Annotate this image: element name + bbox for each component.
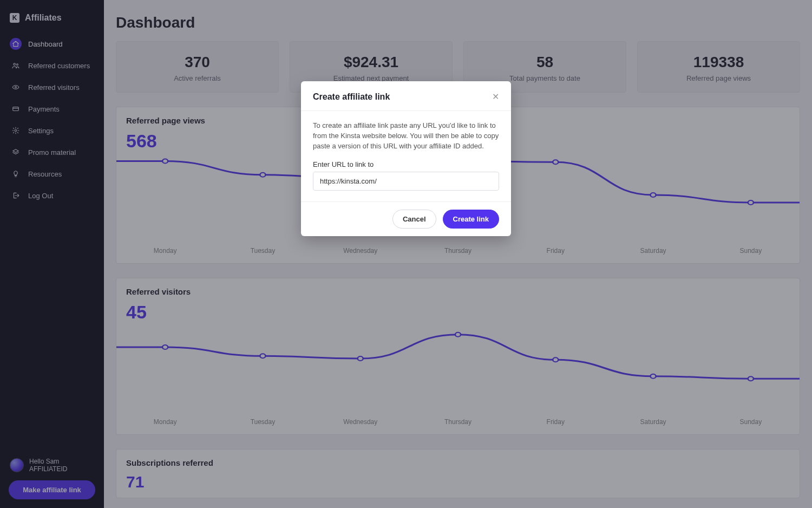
modal-header: Create affiliate link ✕: [301, 81, 511, 111]
modal-footer: Cancel Create link: [301, 201, 511, 236]
modal-title: Create affiliate link: [313, 92, 390, 102]
modal-description: To create an affiliate link paste any UR…: [313, 121, 499, 152]
modal-body: To create an affiliate link paste any UR…: [301, 111, 511, 201]
url-input[interactable]: [313, 172, 499, 191]
close-icon[interactable]: ✕: [492, 93, 499, 101]
cancel-button[interactable]: Cancel: [392, 210, 436, 229]
url-field-label: Enter URL to link to: [313, 160, 499, 168]
create-link-modal: Create affiliate link ✕ To create an aff…: [301, 81, 511, 236]
modal-overlay[interactable]: Create affiliate link ✕ To create an aff…: [0, 0, 812, 508]
create-link-button[interactable]: Create link: [443, 210, 499, 229]
